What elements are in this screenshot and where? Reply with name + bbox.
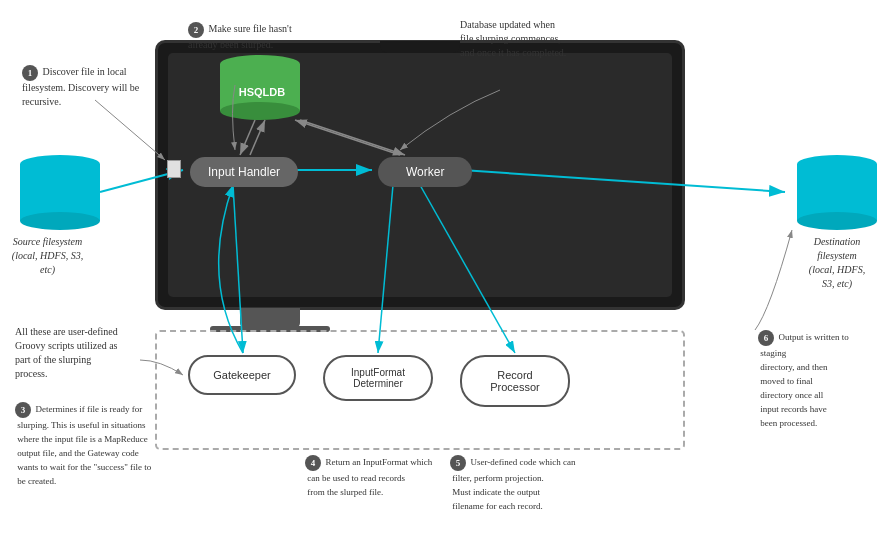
annotation-1: 1 Discover file in local filesystem. Dis… bbox=[22, 65, 152, 109]
input-handler-box: Input Handler bbox=[190, 157, 298, 187]
annotation-groovy: All these are user-definedGroovy scripts… bbox=[15, 325, 160, 381]
monitor-notch bbox=[380, 41, 460, 53]
source-fs-label: Source filesystem (local, HDFS, S3, etc) bbox=[5, 235, 90, 277]
circle-num-6-icon: 6 bbox=[758, 330, 774, 346]
monitor-stand bbox=[240, 308, 300, 328]
annotation-determines: 3 Determines if file is ready for slurpi… bbox=[15, 402, 175, 488]
circle-num-2: 2 bbox=[188, 22, 204, 38]
hsqldb-label: HSQLDB bbox=[222, 86, 302, 98]
circle-num-5-icon: 5 bbox=[450, 455, 466, 471]
circle-num-3-icon: 3 bbox=[15, 402, 31, 418]
annotation-3: Database updated whenfile slurping comme… bbox=[460, 18, 630, 60]
file-icon bbox=[167, 160, 181, 178]
annotation-inputformat: 4 Return an InputFormat which can be use… bbox=[305, 455, 450, 499]
worker-box: Worker bbox=[378, 157, 472, 187]
record-processor-box: RecordProcessor bbox=[460, 355, 570, 407]
dest-fs-label: Destinationfilesystem(local, HDFS,S3, et… bbox=[792, 235, 882, 291]
inputformat-determiner-box: InputFormatInputFormat DeterminerDetermi… bbox=[323, 355, 433, 401]
source-filesystem bbox=[20, 155, 100, 230]
circle-num-1: 1 bbox=[22, 65, 38, 81]
circle-num-4-icon: 4 bbox=[305, 455, 321, 471]
annotation-output: 6 Output is written to staging directory… bbox=[758, 330, 878, 430]
diagram-container: Source filesystem (local, HDFS, S3, etc)… bbox=[0, 0, 892, 546]
annotation-2: 2 Make sure file hasn'talready been slur… bbox=[188, 22, 338, 52]
annotation-usercode: 5 User-defined code which can filter, pe… bbox=[450, 455, 605, 513]
gatekeeper-box: Gatekeeper bbox=[188, 355, 296, 395]
dest-filesystem bbox=[797, 155, 877, 230]
